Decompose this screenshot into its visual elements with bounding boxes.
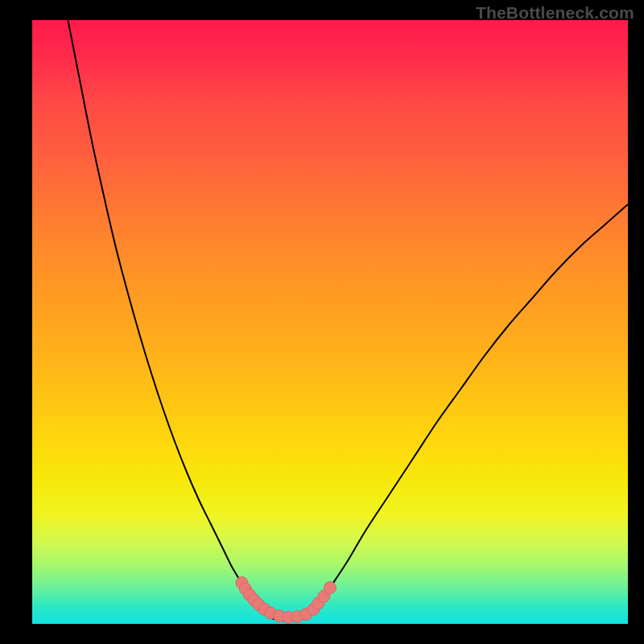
plot-area (32, 20, 628, 624)
watermark-text: TheBottleneck.com (476, 3, 634, 23)
chart-frame: TheBottleneck.com (0, 0, 644, 644)
valley-dots-group (236, 577, 336, 624)
left-curve-path (68, 20, 267, 617)
right-curve-path (309, 204, 628, 617)
valley-dot (324, 582, 336, 594)
curves-layer (32, 20, 628, 624)
